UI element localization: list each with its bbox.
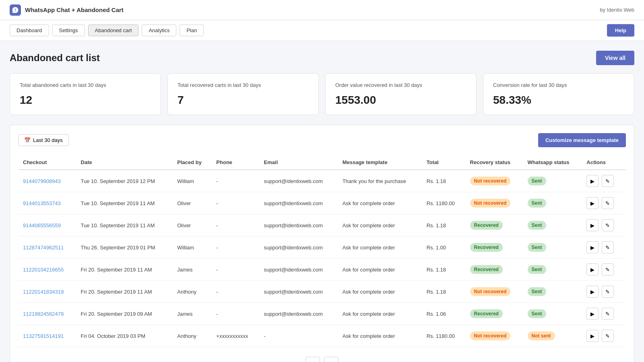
checkout-link[interactable]: 9144079908943	[23, 178, 61, 184]
cell-recovery-status: Recovered	[465, 259, 523, 281]
cell-whatsapp-status: Sent	[523, 281, 582, 303]
cell-date: Fri 20. September 2019 11 AM	[76, 259, 173, 281]
cart-table: Checkout Date Placed by Phone Email Mess…	[18, 155, 626, 347]
col-total: Total	[422, 155, 465, 170]
send-action-button[interactable]: ▶	[586, 330, 599, 342]
stat-value-conversion: 58.33%	[493, 94, 624, 107]
send-action-button[interactable]: ▶	[586, 219, 599, 231]
cell-actions: ▶ ✎	[582, 281, 626, 303]
col-recovery-status: Recovery status	[465, 155, 523, 170]
edit-action-button[interactable]: ✎	[602, 330, 614, 342]
cell-checkout[interactable]: 9144065556559	[18, 214, 76, 237]
send-action-button[interactable]: ▶	[586, 308, 599, 320]
customize-message-button[interactable]: Customize message template	[538, 133, 626, 147]
send-action-button[interactable]: ▶	[586, 263, 599, 276]
edit-action-button[interactable]: ✎	[602, 197, 614, 209]
nav-settings[interactable]: Settings	[52, 25, 85, 36]
table-row: 9144013553743 Tue 10. September 2019 11 …	[18, 192, 626, 214]
checkout-link[interactable]: 11220104216655	[23, 267, 64, 273]
edit-action-button[interactable]: ✎	[602, 308, 614, 320]
cell-phone: -	[211, 170, 259, 192]
cell-whatsapp-status: Sent	[523, 170, 582, 192]
cell-date: Fri 04. October 2019 03 PM	[76, 325, 173, 347]
cell-phone: -	[211, 259, 259, 281]
whatsapp-status-badge: Sent	[528, 243, 546, 252]
app-header-left: WhatsApp Chat + Abandoned Cart	[10, 4, 124, 16]
send-action-button[interactable]: ▶	[586, 286, 599, 298]
edit-action-button[interactable]: ✎	[602, 219, 614, 231]
cell-message-template: Ask for complete order	[338, 303, 422, 325]
table-row: 9144079908943 Tue 10. September 2019 12 …	[18, 170, 626, 192]
cell-checkout[interactable]: 9144013553743	[18, 192, 76, 214]
cell-phone: -	[211, 192, 259, 214]
cell-email: support@identixweb.com	[259, 192, 338, 214]
whatsapp-status-badge: Sent	[528, 177, 546, 185]
cell-checkout[interactable]: 11220141834319	[18, 281, 76, 303]
send-action-button[interactable]: ▶	[586, 241, 599, 253]
col-date: Date	[76, 155, 173, 170]
cell-whatsapp-status: Sent	[523, 259, 582, 281]
col-placed-by: Placed by	[172, 155, 211, 170]
cell-email: support@identixweb.com	[259, 303, 338, 325]
cell-checkout[interactable]: 9144079908943	[18, 170, 76, 192]
cell-whatsapp-status: Not sent	[523, 325, 582, 347]
table-header-row: Checkout Date Placed by Phone Email Mess…	[18, 155, 626, 170]
view-all-button[interactable]: View all	[596, 51, 634, 65]
help-button[interactable]: Help	[607, 24, 634, 37]
nav-abandoned-cart[interactable]: Abandoned cart	[88, 25, 139, 36]
edit-action-button[interactable]: ✎	[602, 241, 614, 253]
send-action-button[interactable]: ▶	[586, 197, 599, 209]
whatsapp-status-badge: Sent	[528, 199, 546, 208]
cell-date: Thu 26. September 2019 01 PM	[76, 237, 173, 259]
edit-action-button[interactable]: ✎	[602, 175, 614, 187]
cell-checkout[interactable]: 11327591514191	[18, 325, 76, 347]
checkout-link[interactable]: 11287474962511	[23, 245, 64, 251]
cell-message-template: Ask for complete order	[338, 259, 422, 281]
cell-checkout[interactable]: 11219924582479	[18, 303, 76, 325]
cell-recovery-status: Recovered	[465, 303, 523, 325]
cell-whatsapp-status: Sent	[523, 303, 582, 325]
nav-dashboard[interactable]: Dashboard	[10, 25, 49, 36]
date-filter-label: Last 30 days	[33, 137, 63, 143]
cell-email: support@identixweb.com	[259, 237, 338, 259]
nav-plan[interactable]: Plan	[180, 25, 204, 36]
whatsapp-status-badge: Not sent	[528, 331, 555, 340]
cell-actions: ▶ ✎	[582, 214, 626, 237]
checkout-link[interactable]: 11327591514191	[23, 333, 64, 339]
cell-actions: ▶ ✎	[582, 303, 626, 325]
checkout-link[interactable]: 9144065556559	[23, 222, 61, 228]
cell-phone: -	[211, 237, 259, 259]
prev-page-button[interactable]: ←	[305, 357, 320, 362]
col-phone: Phone	[211, 155, 259, 170]
date-filter-button[interactable]: 📅 Last 30 days	[18, 134, 69, 146]
next-page-button[interactable]: →	[324, 357, 339, 362]
whatsapp-status-badge: Sent	[528, 287, 546, 296]
edit-action-button[interactable]: ✎	[602, 263, 614, 276]
cell-total: Rs. 1.18	[422, 281, 465, 303]
cell-recovery-status: Not recovered	[465, 325, 523, 347]
send-action-button[interactable]: ▶	[586, 175, 599, 187]
cell-placed-by: Oliver	[172, 214, 211, 237]
table-row: 9144065556559 Tue 10. September 2019 11 …	[18, 214, 626, 237]
checkout-link[interactable]: 11219924582479	[23, 311, 64, 317]
nav-analytics[interactable]: Analytics	[142, 25, 176, 36]
cell-date: Fri 20. September 2019 11 AM	[76, 281, 173, 303]
edit-action-button[interactable]: ✎	[602, 286, 614, 298]
recovery-status-badge: Recovered	[470, 309, 503, 318]
cell-total: Rs. 1.00	[422, 237, 465, 259]
cell-checkout[interactable]: 11220104216655	[18, 259, 76, 281]
recovery-status-badge: Not recovered	[470, 331, 511, 340]
stat-value-recovered: 7	[178, 94, 309, 107]
checkout-link[interactable]: 11220141834319	[23, 289, 64, 295]
app-title: WhatsApp Chat + Abandoned Cart	[25, 6, 124, 13]
checkout-link[interactable]: 9144013553743	[23, 200, 61, 206]
cell-date: Tue 10. September 2019 11 AM	[76, 214, 173, 237]
cell-placed-by: Anthony	[172, 325, 211, 347]
cell-actions: ▶ ✎	[582, 237, 626, 259]
cell-total: Rs. 1.18	[422, 214, 465, 237]
stat-label-recovered: Total recovered carts in last 30 days	[178, 82, 309, 89]
cell-checkout[interactable]: 11287474962511	[18, 237, 76, 259]
cell-actions: ▶ ✎	[582, 259, 626, 281]
app-header-right: by Identix Web	[600, 7, 634, 13]
cell-recovery-status: Recovered	[465, 214, 523, 237]
